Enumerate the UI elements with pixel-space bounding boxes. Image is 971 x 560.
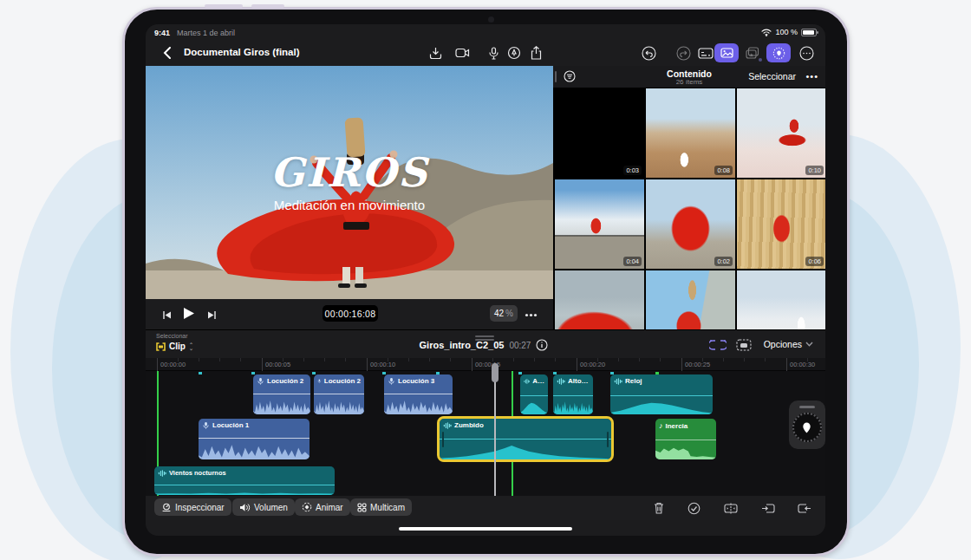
zoom-level[interactable]: 42%: [490, 305, 518, 322]
wifi-icon: [761, 29, 772, 36]
viewer-more-icon[interactable]: [520, 305, 541, 324]
playhead[interactable]: [494, 363, 496, 496]
jog-wheel-widget[interactable]: [789, 400, 825, 449]
chevron-down-icon: [805, 342, 813, 347]
video-viewer[interactable]: GIROS Meditación en movimiento: [146, 66, 553, 299]
jog-drag-bar[interactable]: [799, 406, 815, 408]
delete-clip-icon[interactable]: [648, 499, 669, 517]
clip-duration-badge: 0:08: [714, 166, 733, 175]
multicam-button[interactable]: Multicam: [350, 498, 412, 516]
timeline-clip-inercia[interactable]: ♪Inercia: [655, 419, 716, 459]
content-more-icon[interactable]: •••: [805, 71, 818, 81]
timeline-clip-reloj[interactable]: Reloj: [610, 374, 713, 414]
clip-label: Vientos nocturnos: [169, 469, 226, 477]
clip-tool-selector[interactable]: Clip ⌃⌄: [156, 342, 193, 351]
badge-dot: [759, 58, 762, 62]
date: Martes 1 de abril: [177, 29, 235, 37]
undo-icon[interactable]: [638, 43, 659, 62]
redo-icon[interactable]: [673, 43, 694, 62]
transport-bar: 00:00:16:08 42%: [146, 299, 553, 329]
info-icon[interactable]: [536, 339, 548, 351]
clip-label: Reloj: [625, 377, 642, 385]
inspector-icon: [161, 503, 172, 512]
status-bar: 9:41 Martes 1 de abril 100 %: [146, 24, 825, 40]
split-clip-icon[interactable]: [720, 499, 741, 517]
media-thumbnail[interactable]: [737, 270, 825, 329]
media-thumbnail[interactable]: [555, 270, 644, 329]
video-title-text: GIROS: [146, 149, 553, 196]
video-subtitle-text: Meditación en movimiento: [146, 198, 553, 212]
jog-wheel-button[interactable]: [766, 43, 791, 62]
options-label: Opciones: [764, 339, 802, 349]
connect-clips-icon[interactable]: [707, 335, 728, 355]
animate-button[interactable]: Animar: [295, 498, 350, 516]
timeline-clip-zumbido-selected[interactable]: Zumbido: [440, 419, 611, 459]
titles-icon[interactable]: [695, 43, 716, 62]
pencil-tools-icon[interactable]: [504, 43, 525, 62]
trim-handle-right[interactable]: [607, 432, 609, 447]
import-icon[interactable]: [425, 43, 446, 62]
front-camera: [488, 16, 494, 23]
back-button[interactable]: [156, 43, 177, 62]
timeline-clip-locucion2b[interactable]: Locución 2: [314, 374, 364, 414]
ruler-label: 00:00:10: [370, 361, 395, 368]
timeline-clip-alto[interactable]: Alto…: [553, 374, 593, 414]
top-button: [251, 4, 284, 8]
timeline-ruler[interactable]: 00:00:00 00:00:05 00:00:10 00:00:15 00:0…: [146, 358, 825, 371]
picture-in-picture-icon[interactable]: [733, 335, 754, 355]
select-button[interactable]: Seleccionar: [748, 71, 796, 81]
content-browser-panel: Contenido 26 ítems Seleccionar ••• 0:03 …: [553, 66, 825, 329]
home-indicator[interactable]: [399, 527, 572, 531]
enable-clip-icon[interactable]: [683, 499, 704, 517]
clip-label: Alto…: [568, 377, 589, 385]
battery-percent: 100 %: [775, 28, 798, 36]
append-clip-icon[interactable]: [794, 499, 815, 517]
animate-label: Animar: [316, 503, 343, 512]
volume-button-bottom[interactable]: Volumen: [232, 498, 295, 516]
app-screen: 9:41 Martes 1 de abril 100 % Documental …: [146, 24, 825, 536]
timeline-clip-locucion1[interactable]: Locución 1: [199, 419, 310, 459]
clip-duration-badge: 0:10: [805, 166, 824, 175]
media-thumbnail[interactable]: 0:06: [737, 179, 825, 269]
page-background: 9:41 Martes 1 de abril 100 % Documental …: [0, 0, 971, 560]
options-button[interactable]: Opciones: [764, 339, 813, 349]
timeline-clip-locucion2a[interactable]: Locución 2: [253, 374, 310, 414]
timeline[interactable]: 00:00:00 00:00:05 00:00:10 00:00:15 00:0…: [146, 358, 825, 496]
skip-back-icon[interactable]: [156, 305, 177, 324]
skip-forward-icon[interactable]: [201, 305, 222, 324]
project-title: Documental Giros (final): [184, 47, 300, 57]
timeline-clip-a[interactable]: A…: [520, 374, 548, 414]
clip-label: Zumbido: [454, 421, 484, 429]
media-thumbnail[interactable]: 0:02: [646, 179, 735, 269]
playhead-handle[interactable]: [492, 363, 499, 382]
media-thumbnail[interactable]: 0:08: [646, 88, 735, 178]
ruler-label: 00:00:00: [160, 361, 186, 368]
clip-label: Locución 1: [212, 421, 249, 429]
share-icon[interactable]: [525, 43, 546, 62]
clock: 9:41: [154, 29, 170, 37]
timecode-display[interactable]: 00:00:16:08: [323, 305, 378, 322]
media-thumbnail[interactable]: 0:10: [737, 88, 825, 178]
stickers-icon[interactable]: [742, 43, 763, 62]
timeline-clip-vientos-nocturnos[interactable]: Vientos nocturnos: [154, 466, 335, 495]
media-thumbnail[interactable]: [646, 270, 735, 329]
multicam-label: Multicam: [370, 503, 405, 512]
clip-duration-badge: 0:06: [805, 257, 824, 266]
trim-handle-left[interactable]: [442, 432, 444, 447]
microphone-icon[interactable]: [483, 43, 504, 62]
bottom-toolbar: Inspeccionar Volumen Animar: [146, 496, 825, 520]
clip-label: Locución 2: [324, 377, 361, 385]
camera-icon[interactable]: [452, 43, 472, 62]
clip-label: Inercia: [666, 422, 688, 430]
inspect-button[interactable]: Inspeccionar: [154, 498, 231, 516]
selected-clip-duration: 00:27: [509, 341, 531, 350]
media-thumbnail[interactable]: 0:03: [555, 88, 644, 178]
insert-overwrite-icon[interactable]: [758, 499, 779, 517]
media-thumbnail[interactable]: 0:04: [555, 179, 644, 269]
media-browser-button[interactable]: [714, 43, 739, 62]
play-button[interactable]: [179, 303, 199, 322]
clip-label: Locución 2: [267, 377, 303, 385]
ruler-label: 00:00:20: [580, 361, 605, 368]
timeline-clip-locucion3[interactable]: Locución 3: [384, 374, 453, 414]
more-icon[interactable]: [796, 43, 817, 62]
